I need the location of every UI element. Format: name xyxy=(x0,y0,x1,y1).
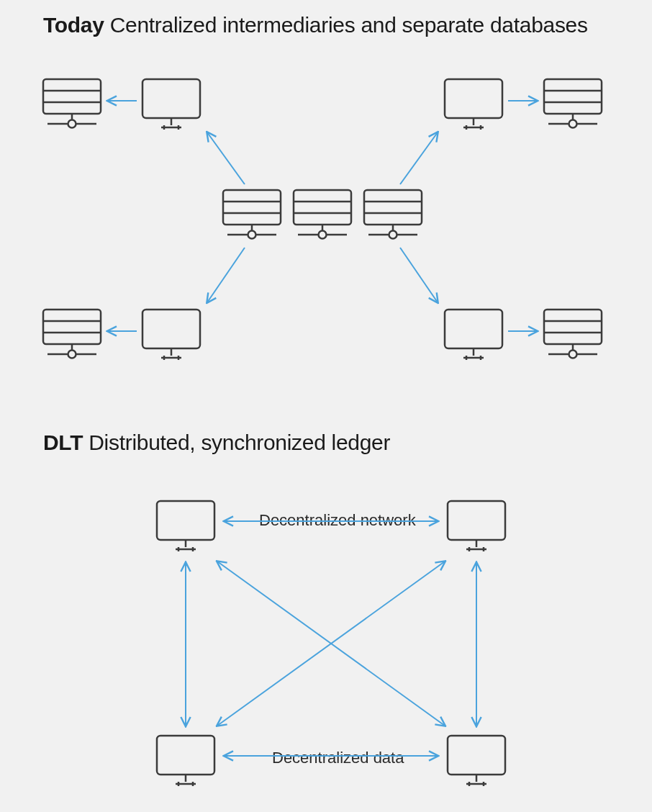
arrow-icon xyxy=(207,248,245,302)
arrow-icon xyxy=(217,561,445,726)
label-decentralized-data: Decentralized data xyxy=(272,749,404,767)
monitor-icon xyxy=(142,79,200,130)
monitor-icon xyxy=(445,79,502,130)
arrow-icon xyxy=(207,132,245,184)
server-icon xyxy=(43,310,101,358)
monitor-icon xyxy=(445,310,502,360)
diagram-dlt xyxy=(157,501,505,786)
heading-today-rest: Centralized intermediaries and separate … xyxy=(104,13,588,37)
heading-dlt: DLT Distributed, synchronized ledger xyxy=(43,430,390,455)
server-icon xyxy=(544,310,602,358)
heading-dlt-bold: DLT xyxy=(43,430,83,454)
server-icon xyxy=(43,79,101,128)
monitor-icon xyxy=(157,736,214,786)
arrow-icon xyxy=(217,561,445,726)
monitor-icon xyxy=(448,736,505,786)
server-icon xyxy=(364,190,422,239)
server-icon xyxy=(544,79,602,128)
monitor-icon xyxy=(448,501,505,551)
heading-today: Today Centralized intermediaries and sep… xyxy=(43,13,588,37)
server-icon xyxy=(294,190,351,239)
diagram-centralized xyxy=(43,79,602,360)
heading-today-bold: Today xyxy=(43,13,104,37)
monitor-icon xyxy=(142,310,200,360)
arrow-icon xyxy=(400,132,438,184)
heading-dlt-rest: Distributed, synchronized ledger xyxy=(83,430,390,454)
monitor-icon xyxy=(157,501,214,551)
label-decentralized-network: Decentralized network xyxy=(259,511,416,530)
diagram-canvas xyxy=(0,0,652,812)
server-icon xyxy=(223,190,281,239)
arrow-icon xyxy=(400,248,438,302)
